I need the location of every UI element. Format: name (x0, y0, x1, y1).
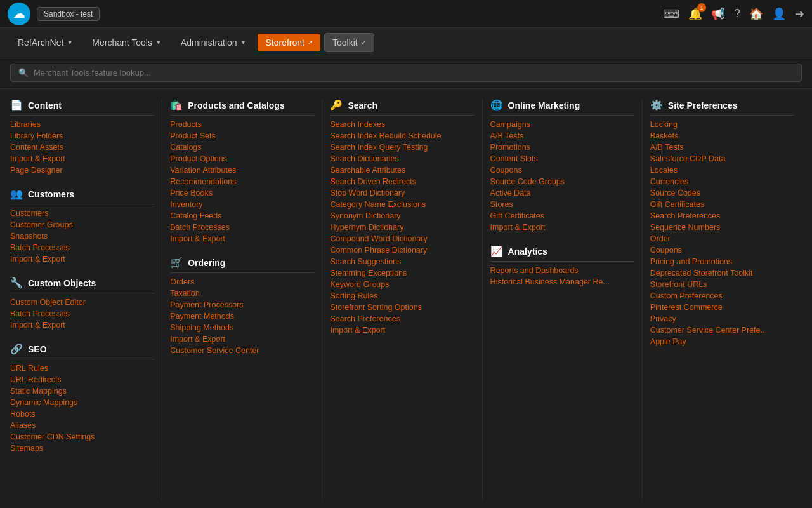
link-category-name-exclusions[interactable]: Category Name Exclusions (330, 199, 474, 210)
link-gift-certificates[interactable]: Gift Certificates (650, 199, 794, 210)
sandbox-badge[interactable]: Sandbox - test (37, 7, 100, 21)
link-promotions[interactable]: Promotions (490, 142, 634, 152)
link-price-books[interactable]: Price Books (170, 188, 314, 198)
link-locales[interactable]: Locales (650, 165, 794, 175)
link-aliases[interactable]: Aliases (10, 420, 154, 431)
link-inventory[interactable]: Inventory (170, 199, 314, 210)
link-synonym-dictionary[interactable]: Synonym Dictionary (330, 211, 474, 221)
link-taxation[interactable]: Taxation (170, 288, 314, 298)
link-batch-processes[interactable]: Batch Processes (10, 309, 154, 319)
megaphone-icon[interactable]: 📢 (711, 7, 725, 21)
link-import--export[interactable]: Import & Export (490, 222, 634, 232)
link-salesforce-cdp-data[interactable]: Salesforce CDP Data (650, 154, 794, 164)
link-search-index-rebuild-schedule[interactable]: Search Index Rebuild Schedule (330, 131, 474, 141)
link-apple-pay[interactable]: Apple Pay (650, 337, 794, 347)
link-import--export[interactable]: Import & Export (170, 234, 314, 244)
link-ab-tests[interactable]: A/B Tests (490, 131, 634, 141)
link-ab-tests[interactable]: A/B Tests (650, 142, 794, 152)
link-content-assets[interactable]: Content Assets (10, 142, 154, 152)
link-catalog-feeds[interactable]: Catalog Feeds (170, 211, 314, 221)
link-search-index-query-testing[interactable]: Search Index Query Testing (330, 142, 474, 152)
link-search-driven-redirects[interactable]: Search Driven Redirects (330, 177, 474, 187)
link-import--export[interactable]: Import & Export (330, 325, 474, 335)
nav-administration[interactable]: Administration ▼ (173, 34, 254, 51)
link-import--export[interactable]: Import & Export (10, 320, 154, 330)
link-search-preferences[interactable]: Search Preferences (650, 211, 794, 221)
link-hypernym-dictionary[interactable]: Hypernym Dictionary (330, 222, 474, 232)
link-customers[interactable]: Customers (10, 208, 154, 218)
link-privacy[interactable]: Privacy (650, 314, 794, 324)
link-custom-object-editor[interactable]: Custom Object Editor (10, 297, 154, 307)
link-order[interactable]: Order (650, 234, 794, 244)
site-selector[interactable]: RefArchNet ▼ (10, 34, 81, 51)
nav-storefront-button[interactable]: Storefront ↗ (258, 34, 320, 51)
link-stores[interactable]: Stores (490, 199, 634, 210)
link-import--export[interactable]: Import & Export (170, 334, 314, 344)
link-common-phrase-dictionary[interactable]: Common Phrase Dictionary (330, 245, 474, 255)
link-dynamic-mappings[interactable]: Dynamic Mappings (10, 398, 154, 408)
link-gift-certificates[interactable]: Gift Certificates (490, 211, 634, 221)
link-coupons[interactable]: Coupons (490, 165, 634, 175)
link-url-rules[interactable]: URL Rules (10, 363, 154, 373)
link-keyword-groups[interactable]: Keyword Groups (330, 279, 474, 290)
link-active-data[interactable]: Active Data (490, 188, 634, 198)
link-product-sets[interactable]: Product Sets (170, 131, 314, 141)
link-coupons[interactable]: Coupons (650, 245, 794, 255)
link-batch-processes[interactable]: Batch Processes (10, 243, 154, 253)
link-pinterest-commerce[interactable]: Pinterest Commerce (650, 302, 794, 312)
search-input[interactable] (34, 68, 794, 77)
link-snapshots[interactable]: Snapshots (10, 231, 154, 241)
link-page-designer[interactable]: Page Designer (10, 165, 154, 175)
link-campaigns[interactable]: Campaigns (490, 119, 634, 130)
link-orders[interactable]: Orders (170, 277, 314, 287)
link-storefront-urls[interactable]: Storefront URLs (650, 279, 794, 290)
link-customer-groups[interactable]: Customer Groups (10, 220, 154, 230)
link-source-codes[interactable]: Source Codes (650, 188, 794, 198)
link-historical-business-manager-re[interactable]: Historical Business Manager Re... (490, 277, 634, 287)
link-search-preferences[interactable]: Search Preferences (330, 314, 474, 324)
link-catalogs[interactable]: Catalogs (170, 142, 314, 152)
link-search-dictionaries[interactable]: Search Dictionaries (330, 154, 474, 164)
salesforce-logo[interactable]: ☁ (8, 3, 30, 25)
link-batch-processes[interactable]: Batch Processes (170, 222, 314, 232)
home-icon[interactable]: 🏠 (749, 7, 763, 21)
link-sequence-numbers[interactable]: Sequence Numbers (650, 222, 794, 232)
link-compound-word-dictionary[interactable]: Compound Word Dictionary (330, 234, 474, 244)
link-search-suggestions[interactable]: Search Suggestions (330, 257, 474, 267)
help-icon[interactable]: ? (734, 7, 740, 20)
link-reports-and-dashboards[interactable]: Reports and Dashboards (490, 265, 634, 276)
logout-icon[interactable]: ➜ (795, 7, 804, 21)
link-locking[interactable]: Locking (650, 119, 794, 130)
link-searchable-attributes[interactable]: Searchable Attributes (330, 165, 474, 175)
link-import--export[interactable]: Import & Export (10, 254, 154, 264)
link-import--export[interactable]: Import & Export (10, 154, 154, 164)
link-content-slots[interactable]: Content Slots (490, 154, 634, 164)
link-deprecated-storefront-toolkit[interactable]: Deprecated Storefront Toolkit (650, 268, 794, 278)
nav-toolkit-button[interactable]: Toolkit ↗ (324, 33, 374, 52)
link-pricing-and-promotions[interactable]: Pricing and Promotions (650, 257, 794, 267)
link-payment-processors[interactable]: Payment Processors (170, 300, 314, 310)
link-products[interactable]: Products (170, 119, 314, 130)
link-customer-cdn-settings[interactable]: Customer CDN Settings (10, 432, 154, 442)
link-baskets[interactable]: Baskets (650, 131, 794, 141)
link-product-options[interactable]: Product Options (170, 154, 314, 164)
link-storefront-sorting-options[interactable]: Storefront Sorting Options (330, 302, 474, 312)
link-stemming-exceptions[interactable]: Stemming Exceptions (330, 268, 474, 278)
link-variation-attributes[interactable]: Variation Attributes (170, 165, 314, 175)
link-source-code-groups[interactable]: Source Code Groups (490, 177, 634, 187)
link-url-redirects[interactable]: URL Redirects (10, 375, 154, 385)
nav-merchant-tools[interactable]: Merchant Tools ▼ (84, 34, 169, 51)
link-payment-methods[interactable]: Payment Methods (170, 311, 314, 321)
link-library-folders[interactable]: Library Folders (10, 131, 154, 141)
link-robots[interactable]: Robots (10, 409, 154, 419)
link-shipping-methods[interactable]: Shipping Methods (170, 323, 314, 333)
link-libraries[interactable]: Libraries (10, 119, 154, 130)
user-icon[interactable]: 👤 (772, 7, 786, 21)
notification-bell[interactable]: 🔔 1 (688, 7, 702, 21)
keyboard-icon[interactable]: ⌨ (663, 7, 679, 21)
link-stop-word-dictionary[interactable]: Stop Word Dictionary (330, 188, 474, 198)
link-currencies[interactable]: Currencies (650, 177, 794, 187)
link-static-mappings[interactable]: Static Mappings (10, 386, 154, 396)
link-recommendations[interactable]: Recommendations (170, 177, 314, 187)
link-sorting-rules[interactable]: Sorting Rules (330, 291, 474, 301)
